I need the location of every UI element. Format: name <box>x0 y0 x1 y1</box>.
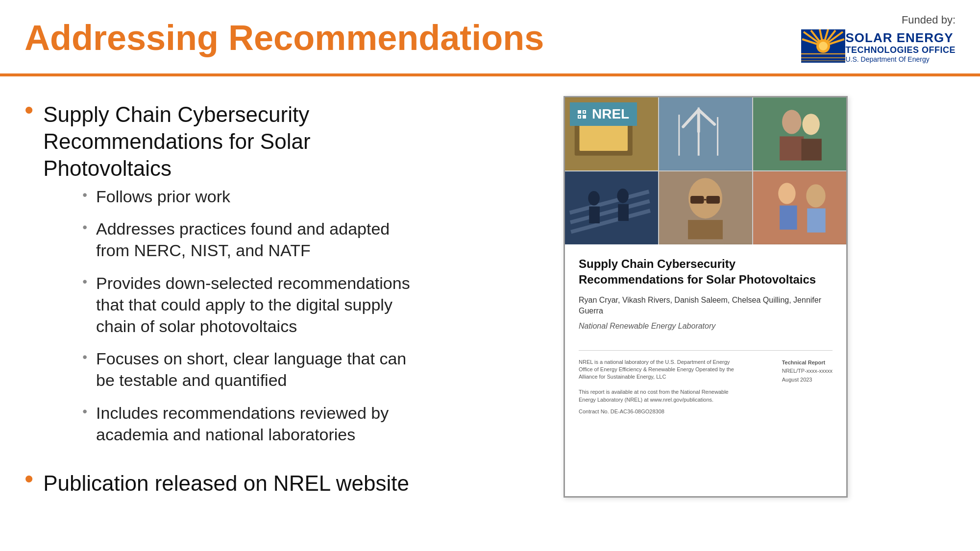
bullet-list: • Supply Chain Cybersecurity Recommendat… <box>24 96 426 510</box>
nrel-dot-1 <box>578 110 581 114</box>
svg-rect-20 <box>717 117 718 156</box>
svg-point-45 <box>778 183 795 204</box>
document-body: Supply Chain Cybersecurity Recommendatio… <box>565 244 846 426</box>
document-footer-grid: NREL is a national laboratory of the U.S… <box>579 359 833 404</box>
sub-bullet-1-text: Follows prior work <box>96 186 230 207</box>
nrel-dot-4 <box>583 115 586 119</box>
sub-bullet-2: • Addresses practices found and adapted … <box>82 218 426 261</box>
svg-rect-21 <box>678 115 680 156</box>
logo-line2: TECHNOLOGIES OFFICE <box>845 45 956 55</box>
svg-rect-41 <box>706 196 720 204</box>
logo-line3: U.S. Department Of Energy <box>845 55 956 63</box>
document-footer: NREL is a national laboratory of the U.S… <box>579 350 833 414</box>
svg-point-34 <box>588 191 600 206</box>
svg-rect-35 <box>589 207 600 223</box>
footer-report-date: August 2023 <box>782 376 833 384</box>
svg-point-27 <box>802 114 819 135</box>
cover-photo-2 <box>659 97 752 170</box>
slide: Addressing Recommendations Funded by: <box>0 0 980 551</box>
seto-logo-graphic <box>801 29 845 65</box>
footer-text-1: NREL is a national laboratory of the U.S… <box>579 359 735 381</box>
document-institution: National Renewable Energy Laboratory <box>579 322 833 331</box>
nrel-dot-3 <box>578 115 581 119</box>
svg-rect-40 <box>690 196 704 204</box>
sub-dot-4: • <box>82 350 87 365</box>
bullet-item-1-content: Supply Chain Cybersecurity Recommendatio… <box>43 101 426 456</box>
svg-rect-44 <box>753 172 846 244</box>
page-title: Addressing Recommendations <box>24 14 544 57</box>
sub-bullet-4: • Focuses on short, clear language that … <box>82 348 426 391</box>
sub-dot-5: • <box>82 404 87 419</box>
sub-dot-3: • <box>82 274 87 289</box>
document-panel: NREL <box>456 96 956 510</box>
document-contract: Contract No. DE-AC36-08GO28308 <box>579 408 833 414</box>
footer-text-2: This report is available at no cost from… <box>579 388 735 404</box>
nrel-icon <box>578 110 586 119</box>
svg-point-36 <box>617 189 629 203</box>
svg-rect-30 <box>565 172 658 244</box>
svg-rect-18 <box>659 98 752 170</box>
cover-photo-6 <box>753 171 846 244</box>
sub-bullet-1: • Follows prior work <box>82 186 426 207</box>
svg-rect-37 <box>618 204 629 221</box>
nrel-text: NREL <box>592 106 629 122</box>
main-content: • Supply Chain Cybersecurity Recommendat… <box>0 76 980 525</box>
svg-point-26 <box>782 110 801 134</box>
logo-line1: SOLAR ENERGY <box>845 31 956 45</box>
logo-text: SOLAR ENERGY TECHNOLOGIES OFFICE U.S. De… <box>845 31 956 63</box>
header: Addressing Recommendations Funded by: <box>0 0 980 65</box>
document-footer-left: NREL is a national laboratory of the U.S… <box>579 359 735 404</box>
footer-report-label: Technical Report <box>782 359 833 367</box>
svg-rect-47 <box>780 206 797 230</box>
sub-bullet-4-text: Focuses on short, clear language that ca… <box>96 348 426 391</box>
document-authors: Ryan Cryar, Vikash Rivers, Danish Saleem… <box>579 295 833 317</box>
document-title: Supply Chain Cybersecurity Recommendatio… <box>579 256 833 288</box>
seto-logo: SOLAR ENERGY TECHNOLOGIES OFFICE U.S. De… <box>801 29 956 65</box>
svg-rect-28 <box>780 136 804 160</box>
nrel-dot-2 <box>583 110 586 114</box>
bullet-dot-2: • <box>24 466 33 491</box>
bullet-2-text: Publication released on NREL website <box>43 470 409 497</box>
document-card: NREL <box>564 96 848 498</box>
svg-rect-16 <box>580 122 628 151</box>
svg-rect-48 <box>807 208 825 232</box>
cover-photo-5 <box>659 171 752 244</box>
svg-point-10 <box>819 42 828 50</box>
sub-bullet-3-text: Provides down-selected recommendations t… <box>96 272 426 337</box>
svg-rect-29 <box>801 139 821 160</box>
svg-point-46 <box>806 184 825 207</box>
sub-dot-1: • <box>82 188 87 203</box>
cover-photo-4 <box>565 171 658 244</box>
cover-photo-3 <box>753 97 846 170</box>
footer-report-number: NREL/TP-xxxx-xxxxx <box>782 367 833 376</box>
bullet-item-1: • Supply Chain Cybersecurity Recommendat… <box>24 101 426 456</box>
sub-bullet-5-text: Includes recommendations reviewed by aca… <box>96 402 426 445</box>
bullet-1-text: Supply Chain Cybersecurity Recommendatio… <box>43 102 310 180</box>
nrel-badge: NREL <box>570 102 637 126</box>
document-cover-image: NREL <box>565 97 846 244</box>
document-footer-right: Technical Report NREL/TP-xxxx-xxxxx Augu… <box>782 359 833 384</box>
sub-bullet-2-text: Addresses practices found and adapted fr… <box>96 218 426 261</box>
logo-area: Funded by: <box>799 14 956 65</box>
funded-by-label: Funded by: <box>902 14 956 26</box>
bullet-item-2: • Publication released on NREL website <box>24 470 426 497</box>
bullet-dot-1: • <box>24 97 33 122</box>
sub-dot-2: • <box>82 220 87 235</box>
svg-rect-43 <box>688 220 723 239</box>
sub-bullet-5: • Includes recommendations reviewed by a… <box>82 402 426 445</box>
sub-bullet-3: • Provides down-selected recommendations… <box>82 272 426 337</box>
sub-bullet-list: • Follows prior work • Addresses practic… <box>82 186 426 445</box>
